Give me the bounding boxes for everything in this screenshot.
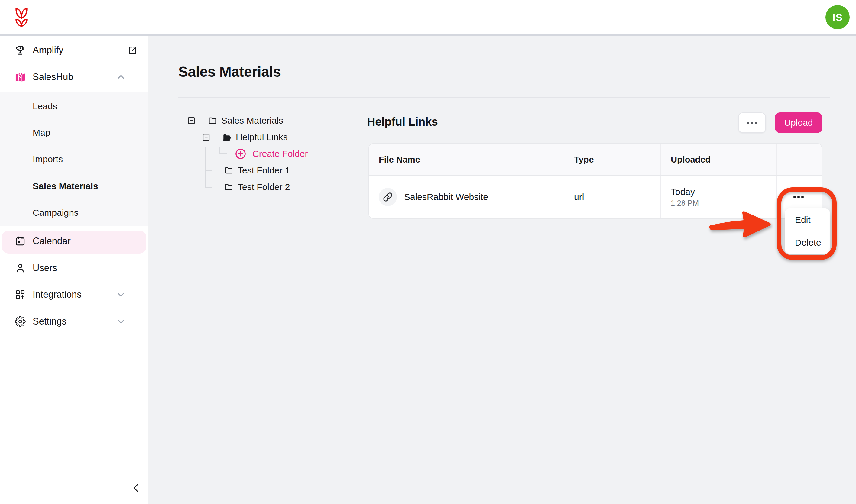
user-icon	[15, 262, 26, 274]
tree-item-label: Helpful Links	[236, 132, 288, 142]
calendar-icon	[15, 235, 26, 247]
sidebar-item-label: Amplify	[33, 45, 64, 56]
salesrabbit-logo-icon[interactable]	[15, 7, 29, 28]
table-row[interactable]: SalesRabbit Website url Today 1:28 PM	[369, 176, 822, 218]
tree-item-label: Test Folder 1	[237, 165, 290, 176]
tree-item-helpful-links[interactable]: Helpful Links	[202, 131, 288, 143]
sidebar-item-campaigns[interactable]: Campaigns	[0, 205, 148, 220]
external-link-icon	[127, 44, 139, 56]
sidebar-item-label: Map	[33, 127, 50, 138]
tree-item-create-folder[interactable]: Create Folder	[234, 148, 308, 160]
tree-item-label: Sales Materials	[221, 115, 283, 126]
sidebar-item-sales-materials[interactable]: Sales Materials	[0, 179, 148, 193]
chevron-left-icon	[131, 482, 141, 494]
section-title: Helpful Links	[367, 115, 438, 128]
sidebar-item-amplify[interactable]: Amplify	[0, 43, 148, 57]
open-folder-icon	[222, 132, 232, 142]
uploaded-time: 1:28 PM	[671, 199, 699, 208]
sidebar-item-calendar[interactable]: Calendar	[0, 234, 148, 248]
sidebar-item-label: Sales Materials	[33, 181, 98, 191]
tree-item-test-folder-1[interactable]: Test Folder 1	[224, 164, 290, 177]
sidebar-item-saleshub[interactable]: SalesHub	[0, 70, 148, 84]
main-content: Sales Materials Sales Materials Helpful …	[149, 36, 856, 504]
column-header-file-name[interactable]: File Name	[369, 144, 564, 175]
tree-item-label: Test Folder 2	[237, 182, 290, 192]
sidebar-item-integrations[interactable]: Integrations	[0, 287, 148, 302]
uploaded-day: Today	[671, 187, 699, 197]
tree-connector	[219, 153, 227, 154]
menu-item-delete[interactable]: Delete	[785, 231, 830, 254]
tree-connector	[205, 187, 212, 187]
sidebar-item-label: Calendar	[33, 236, 71, 247]
sidebar-item-label: Leads	[33, 101, 57, 111]
files-table: File Name Type Uploaded SalesRabbit Webs…	[369, 143, 822, 219]
tree-item-label: Create Folder	[252, 149, 308, 159]
chevron-down-icon[interactable]	[115, 316, 127, 327]
chevron-down-icon[interactable]	[115, 289, 127, 300]
tree-connector	[205, 146, 206, 187]
sidebar-collapse-button[interactable]	[129, 481, 143, 495]
divider	[178, 97, 830, 98]
tree-connector	[219, 146, 220, 154]
saleshub-submenu: Leads Map Imports Sales Materials Campai…	[0, 92, 148, 226]
ellipsis-icon	[747, 122, 749, 124]
sidebar-item-map[interactable]: Map	[0, 125, 148, 140]
map-pin-icon	[15, 71, 26, 83]
more-options-button[interactable]	[738, 112, 766, 133]
top-bar: IS	[0, 0, 856, 36]
sidebar-item-label: Imports	[33, 154, 63, 164]
menu-item-edit[interactable]: Edit	[785, 209, 830, 231]
integrations-icon	[15, 289, 26, 300]
row-menu-button[interactable]	[789, 192, 808, 202]
sidebar-item-label: Integrations	[33, 289, 82, 300]
sidebar-item-settings[interactable]: Settings	[0, 314, 148, 329]
tree-connector	[205, 170, 212, 171]
sidebar-item-imports[interactable]: Imports	[0, 152, 148, 166]
avatar[interactable]: IS	[825, 5, 850, 29]
upload-button[interactable]: Upload	[775, 112, 822, 133]
column-header-actions	[776, 144, 820, 175]
collapse-minus-icon[interactable]	[202, 133, 211, 142]
folder-icon	[208, 116, 217, 125]
folder-icon	[224, 166, 233, 175]
sidebar-item-label: Users	[33, 263, 57, 273]
table-header-row: File Name Type Uploaded	[369, 144, 822, 176]
row-context-menu: Edit Delete	[785, 209, 830, 254]
chevron-up-icon[interactable]	[115, 71, 127, 83]
folder-icon	[224, 182, 233, 192]
trophy-icon	[15, 44, 26, 56]
sidebar-item-label: Campaigns	[33, 208, 78, 218]
plus-circle-icon	[234, 147, 247, 160]
sidebar-item-label: Settings	[33, 316, 67, 327]
tree-item-test-folder-2[interactable]: Test Folder 2	[224, 181, 290, 193]
page-title: Sales Materials	[178, 64, 281, 80]
column-header-type[interactable]: Type	[564, 144, 660, 175]
sidebar-item-leads[interactable]: Leads	[0, 99, 148, 114]
collapse-minus-icon[interactable]	[187, 116, 196, 125]
sidebar: Amplify SalesHub Leads	[0, 36, 148, 504]
file-type: url	[564, 176, 660, 218]
file-name: SalesRabbit Website	[404, 192, 488, 202]
gear-icon	[15, 316, 26, 327]
sidebar-item-label: SalesHub	[33, 72, 73, 83]
sidebar-item-users[interactable]: Users	[0, 261, 148, 275]
link-icon	[379, 188, 397, 206]
column-header-uploaded[interactable]: Uploaded	[660, 144, 776, 175]
ellipsis-icon	[793, 196, 796, 198]
tree-item-root[interactable]: Sales Materials	[187, 114, 283, 127]
